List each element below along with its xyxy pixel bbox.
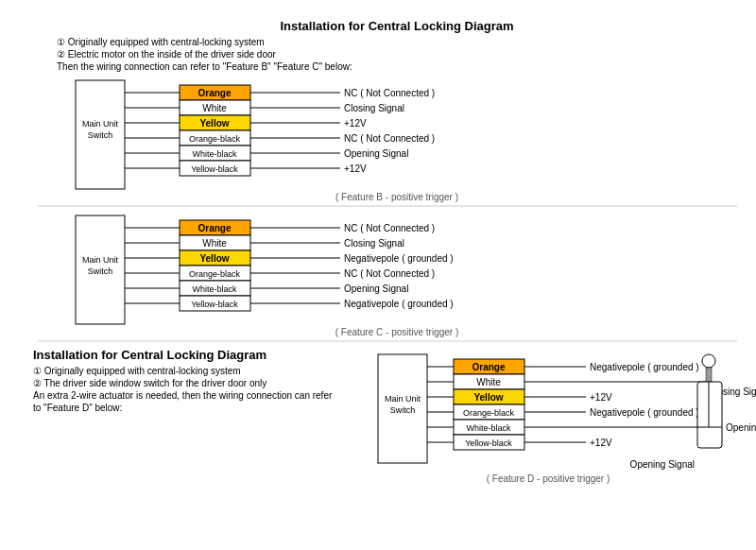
signal-b4: NC ( Not Connected ) xyxy=(344,133,435,144)
signal-d4: Negativepole ( grounded ) xyxy=(590,407,699,418)
signal-c2: Closing Signal xyxy=(344,238,404,249)
text-yellow-b: Yellow xyxy=(199,118,229,129)
actuator-body xyxy=(697,382,722,448)
feature-b-label: ( Feature B - positive trigger ) xyxy=(335,192,458,202)
text-ob-d: Orange-black xyxy=(463,408,515,418)
title-a: Installation for Central Locking Diagram xyxy=(280,19,513,33)
feature-c-label: ( Feature C - positive trigger ) xyxy=(335,327,459,337)
switch-label-d1: Main Unit xyxy=(385,394,421,404)
signal-b2: Closing Signal xyxy=(344,103,404,113)
switch-label-b2: Switch xyxy=(88,130,113,140)
text-yellow-d: Yellow xyxy=(473,392,503,403)
feature-d-label: ( Feature D - positive trigger ) xyxy=(487,473,610,484)
note-a2: ② Electric motor on the inside of the dr… xyxy=(57,49,277,60)
switch-label-b1: Main Unit xyxy=(82,119,119,129)
text-yb-b: Yellow-black xyxy=(191,164,238,174)
text-orange-c: Orange xyxy=(198,223,231,233)
text-ob-b: Orange-black xyxy=(189,134,241,144)
text-orange-b: Orange xyxy=(198,88,231,98)
signal-d1: Negativepole ( grounded ) xyxy=(590,362,699,372)
text-wb-c: White-black xyxy=(192,284,237,294)
signal-c1: NC ( Not Connected ) xyxy=(344,223,435,233)
actuator-rod xyxy=(706,368,712,382)
text-yb-c: Yellow-black xyxy=(191,300,238,309)
page: Installation for Central Locking Diagram… xyxy=(0,0,756,550)
note-d3: An extra 2-wire actuator is needed, then… xyxy=(33,390,333,401)
signal-c5: Opening Signal xyxy=(344,284,408,294)
title-d: Installation for Central Locking Diagram xyxy=(33,348,266,362)
signal-c6: Negativepole ( grounded ) xyxy=(344,299,454,309)
switch-label-c1: Main Unit xyxy=(82,255,119,265)
text-wb-d: White-black xyxy=(466,423,511,433)
text-white-b: White xyxy=(202,103,227,113)
note-a3: Then the wiring connection can refer to … xyxy=(57,61,352,72)
signal-b3: +12V xyxy=(344,118,367,129)
signal-opening-label: Opening Signal xyxy=(726,422,756,433)
signal-c4: NC ( Not Connected ) xyxy=(344,268,435,279)
signal-d6: +12V xyxy=(590,438,612,448)
switch-label-d2: Switch xyxy=(390,405,416,415)
text-white-c: White xyxy=(202,238,227,249)
text-orange-d: Orange xyxy=(472,362,505,372)
switch-label-c2: Switch xyxy=(88,266,113,276)
signal-d3: +12V xyxy=(590,392,612,403)
text-yellow-c: Yellow xyxy=(199,253,229,264)
signal-b6: +12V xyxy=(344,163,367,174)
text-ob-c: Orange-black xyxy=(189,269,241,279)
signal-b1: NC ( Not Connected ) xyxy=(344,88,435,98)
signal-c3: Negativepole ( grounded ) xyxy=(344,253,454,264)
signal-opening-d: Opening Signal xyxy=(630,459,695,470)
actuator-knob xyxy=(702,354,715,368)
diagram-svg: Installation for Central Locking Diagram… xyxy=(19,9,756,541)
text-yb-d: Yellow-black xyxy=(465,438,512,448)
note-d4: to "Feature D" below: xyxy=(33,403,122,413)
text-wb-b: White-black xyxy=(192,149,237,159)
text-white-d: White xyxy=(476,377,501,387)
signal-b5: Opening Signal xyxy=(344,148,408,159)
note-d2: ② The driver side window switch for the … xyxy=(33,378,266,388)
note-d1: ① Originally equipped with central-locki… xyxy=(33,366,241,376)
note-a1: ① Originally equipped with central-locki… xyxy=(57,37,265,47)
